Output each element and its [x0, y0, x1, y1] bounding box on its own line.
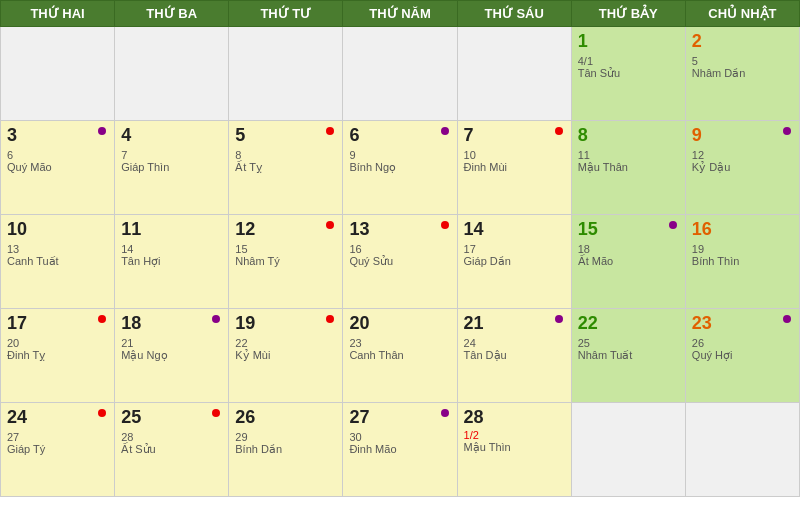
calendar-cell[interactable] [571, 403, 685, 497]
day-number: 26 [235, 407, 336, 429]
calendar-cell[interactable]: 1821Mậu Ngọ [115, 309, 229, 403]
lunar-name: Quý Mão [7, 161, 108, 173]
day-number: 14 [464, 219, 565, 241]
lunar-day: 28 [121, 431, 222, 443]
lunar-day: 8 [235, 149, 336, 161]
calendar-cell[interactable] [343, 27, 457, 121]
lunar-day: 26 [692, 337, 793, 349]
lunar-name: Bính Thìn [692, 255, 793, 267]
calendar-cell[interactable] [115, 27, 229, 121]
column-header-2: THỨ TƯ [229, 1, 343, 27]
calendar-cell[interactable]: 2629Bính Dần [229, 403, 343, 497]
day-number: 19 [235, 313, 336, 335]
lunar-name: Tân Hợi [121, 255, 222, 268]
lunar-name: Tân Dậu [464, 349, 565, 362]
day-number: 20 [349, 313, 450, 335]
calendar-cell[interactable]: 25Nhâm Dần [685, 27, 799, 121]
day-number: 4 [121, 125, 222, 147]
day-number: 5 [235, 125, 336, 147]
day-number: 1 [578, 31, 679, 53]
lunar-day: 10 [464, 149, 565, 161]
lunar-day: 9 [349, 149, 450, 161]
calendar-cell[interactable]: 811Mậu Thân [571, 121, 685, 215]
calendar-cell[interactable]: 2730Đinh Mão [343, 403, 457, 497]
calendar-cell[interactable] [685, 403, 799, 497]
calendar-cell[interactable]: 2225Nhâm Tuất [571, 309, 685, 403]
lunar-day: 7 [121, 149, 222, 161]
lunar-name: Kỷ Dậu [692, 161, 793, 174]
lunar-day: 21 [121, 337, 222, 349]
calendar-cell[interactable]: 2124Tân Dậu [457, 309, 571, 403]
calendar-cell[interactable]: 14/1Tân Sửu [571, 27, 685, 121]
lunar-day: 30 [349, 431, 450, 443]
lunar-day: 4/1 [578, 55, 679, 67]
lunar-name: Giáp Tý [7, 443, 108, 455]
day-number: 28 [464, 407, 565, 429]
day-number: 9 [692, 125, 793, 147]
day-number: 3 [7, 125, 108, 147]
lunar-day: 12 [692, 149, 793, 161]
calendar-cell[interactable]: 1215Nhâm Tý [229, 215, 343, 309]
event-dot-purple [441, 127, 449, 135]
calendar-cell[interactable]: 36Quý Mão [1, 121, 115, 215]
lunar-name: Kỷ Mùi [235, 349, 336, 362]
calendar-cell[interactable]: 710Đinh Mùi [457, 121, 571, 215]
calendar-cell[interactable]: 1922Kỷ Mùi [229, 309, 343, 403]
lunar-name: Mậu Ngọ [121, 349, 222, 362]
day-number: 25 [121, 407, 222, 429]
calendar-cell[interactable]: 1114Tân Hợi [115, 215, 229, 309]
lunar-name: Ất Mão [578, 255, 679, 268]
calendar-cell[interactable]: 69Bính Ngọ [343, 121, 457, 215]
lunar-name: Nhâm Tuất [578, 349, 679, 362]
calendar-cell[interactable]: 1013Canh Tuất [1, 215, 115, 309]
calendar-cell[interactable]: 1619Bính Thìn [685, 215, 799, 309]
lunar-day: 16 [349, 243, 450, 255]
lunar-name: Canh Tuất [7, 255, 108, 268]
calendar-cell[interactable]: 1316Quý Sửu [343, 215, 457, 309]
column-header-5: THỨ BẢY [571, 1, 685, 27]
day-number: 8 [578, 125, 679, 147]
day-number: 12 [235, 219, 336, 241]
lunar-name: Đinh Tỵ [7, 349, 108, 362]
calendar-cell[interactable]: 2528Ất Sửu [115, 403, 229, 497]
lunar-day: 19 [692, 243, 793, 255]
day-number: 10 [7, 219, 108, 241]
calendar-cell[interactable] [1, 27, 115, 121]
column-header-6: CHỦ NHẬT [685, 1, 799, 27]
calendar-table: THỨ HAITHỨ BATHỨ TƯTHỨ NĂMTHỨ SÁUTHỨ BẢY… [0, 0, 800, 497]
day-number: 17 [7, 313, 108, 335]
lunar-day: 22 [235, 337, 336, 349]
calendar-cell[interactable] [229, 27, 343, 121]
lunar-name: Quý Sửu [349, 255, 450, 268]
lunar-name: Canh Thân [349, 349, 450, 361]
calendar-cell[interactable]: 58Ất Tỵ [229, 121, 343, 215]
calendar-cell[interactable]: 2023Canh Thân [343, 309, 457, 403]
calendar-cell[interactable]: 1518Ất Mão [571, 215, 685, 309]
day-number: 2 [692, 31, 793, 53]
calendar-cell[interactable]: 912Kỷ Dậu [685, 121, 799, 215]
calendar-cell[interactable]: 1417Giáp Dần [457, 215, 571, 309]
day-number: 27 [349, 407, 450, 429]
lunar-name: Bính Dần [235, 443, 336, 456]
calendar-cell[interactable]: 2326Quý Hợi [685, 309, 799, 403]
calendar-cell[interactable]: 281/2Mậu Thìn [457, 403, 571, 497]
lunar-name: Mậu Thân [578, 161, 679, 174]
lunar-name: Đinh Mão [349, 443, 450, 455]
event-dot-red [441, 221, 449, 229]
lunar-name: Giáp Dần [464, 255, 565, 268]
calendar-cell[interactable]: 1720Đinh Tỵ [1, 309, 115, 403]
day-number: 11 [121, 219, 222, 241]
lunar-day: 18 [578, 243, 679, 255]
calendar-cell[interactable] [457, 27, 571, 121]
lunar-day: 17 [464, 243, 565, 255]
column-header-3: THỨ NĂM [343, 1, 457, 27]
calendar-cell[interactable]: 2427Giáp Tý [1, 403, 115, 497]
calendar-cell[interactable]: 47Giáp Thìn [115, 121, 229, 215]
lunar-day: 13 [7, 243, 108, 255]
column-header-0: THỨ HAI [1, 1, 115, 27]
lunar-name: Đinh Mùi [464, 161, 565, 173]
day-number: 15 [578, 219, 679, 241]
lunar-day: 23 [349, 337, 450, 349]
lunar-day: 15 [235, 243, 336, 255]
lunar-day: 11 [578, 149, 679, 161]
